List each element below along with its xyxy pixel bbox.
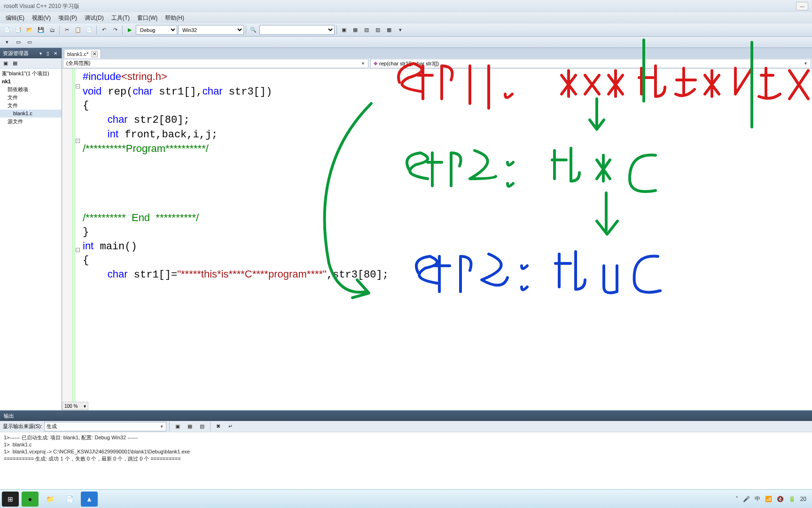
zoom-select[interactable]: 100 % ▾ xyxy=(62,402,88,410)
tray-chevron-icon[interactable]: ˄ xyxy=(735,496,738,502)
out-wrap-icon[interactable]: ↵ xyxy=(226,421,236,432)
tree-sources[interactable]: 文件 xyxy=(0,102,62,110)
tray-battery-icon[interactable]: 🔋 xyxy=(789,496,796,502)
scope-select[interactable]: (全局范围) ▼ xyxy=(63,59,368,68)
out-icon-3[interactable]: ▧ xyxy=(197,421,207,432)
panel-close-icon[interactable]: ✕ xyxy=(52,50,59,56)
out-icon-2[interactable]: ▦ xyxy=(185,421,195,432)
open-button[interactable]: 📂 xyxy=(24,25,35,35)
tray-ime[interactable]: 中 xyxy=(755,495,760,503)
output-source-label: 显示输出来源(S): xyxy=(3,423,42,430)
minimize-button[interactable]: — xyxy=(796,2,808,10)
tree-resources[interactable]: 源文件 xyxy=(0,118,62,126)
menu-tools[interactable]: 工具(T) xyxy=(108,14,133,22)
zoom-label: 100 % xyxy=(64,404,78,409)
main-toolbar: 📄 📑 📂 💾 🗂 ✂ 📋 📄 ↶ ↷ ▶ Debug Win32 🔍 ▣ ▦ … xyxy=(0,24,812,37)
menu-view[interactable]: 视图(V) xyxy=(28,14,55,22)
menu-help[interactable]: 帮助(H) xyxy=(161,14,188,22)
tb-icon-3[interactable]: ▧ xyxy=(361,25,372,35)
system-tray: ˄ 🎤 中 📶 🔇 🔋 20 xyxy=(735,495,810,503)
cut-button[interactable]: ✂ xyxy=(62,25,72,35)
tb-icon-1[interactable]: ▣ xyxy=(339,25,349,35)
method-icon: ◆ xyxy=(374,60,377,66)
taskbar-app-2[interactable]: 📄 xyxy=(61,492,78,507)
out-clear-icon[interactable]: ✖ xyxy=(213,421,224,432)
tree-file-blank1c[interactable]: blank1.c xyxy=(0,110,62,118)
start-button[interactable]: ⊞ xyxy=(2,492,19,507)
tray-volume-icon[interactable]: 🔇 xyxy=(777,496,784,502)
output-toolbar: 显示输出来源(S): 生成 ▼ ▣ ▦ ▧ ✖ ↵ xyxy=(0,421,812,432)
output-header: 输出 xyxy=(0,411,812,421)
dropdown-arrow-icon: ▼ xyxy=(804,61,808,66)
member-select[interactable]: ◆ rep(char str1[], char str3[]) ▼ xyxy=(370,59,811,68)
code-editor[interactable]: − − − #include<string.h> void rep(char s… xyxy=(62,69,812,410)
menu-edit[interactable]: 编辑(E) xyxy=(2,14,28,22)
redo-button[interactable]: ↷ xyxy=(110,25,120,35)
start-debug-button[interactable]: ▶ xyxy=(125,25,135,35)
solution-explorer-panel: 资源管理器 ▾ ▯ ✕ ▣ ▦ 案"blank1"(1 个项目) nk1 部依赖… xyxy=(0,48,62,410)
out-icon-1[interactable]: ▣ xyxy=(172,421,183,432)
menu-debug[interactable]: 调试(D) xyxy=(81,14,108,22)
tb2-icon-2[interactable]: ▭ xyxy=(13,37,23,48)
menu-window[interactable]: 窗口(W) xyxy=(133,14,161,22)
save-button[interactable]: 💾 xyxy=(36,25,46,35)
panel-pin-icon[interactable]: ▯ xyxy=(45,50,51,56)
main-area: 资源管理器 ▾ ▯ ✕ ▣ ▦ 案"blank1"(1 个项目) nk1 部依赖… xyxy=(0,48,812,410)
tree-deps[interactable]: 部依赖项 xyxy=(0,86,62,94)
tb-icon-2[interactable]: ▦ xyxy=(350,25,360,35)
copy-button[interactable]: 📋 xyxy=(73,25,83,35)
se-icon-1[interactable]: ▣ xyxy=(2,60,9,67)
solution-explorer-title: 资源管理器 xyxy=(3,50,29,57)
taskbar-app-3[interactable]: ▲ xyxy=(81,492,98,507)
tray-mic-icon[interactable]: 🎤 xyxy=(743,496,750,502)
dropdown-arrow-icon: ▼ xyxy=(361,61,365,66)
scope-label: (全局范围) xyxy=(66,60,90,67)
gutter xyxy=(62,69,72,410)
tb-icon-5[interactable]: ▩ xyxy=(384,25,394,35)
fold-icon[interactable]: − xyxy=(76,248,80,252)
code-body[interactable]: #include<string.h> void rep(char str1[],… xyxy=(81,69,812,410)
tb-dropdown-icon[interactable]: ▾ xyxy=(395,25,406,35)
se-icon-2[interactable]: ▦ xyxy=(11,60,19,67)
taskbar-app-1[interactable]: ● xyxy=(22,492,39,507)
output-title: 输出 xyxy=(4,413,14,420)
solution-explorer-toolbar: ▣ ▦ xyxy=(0,58,62,69)
taskbar-explorer[interactable]: 📁 xyxy=(41,492,58,507)
undo-button[interactable]: ↶ xyxy=(99,25,109,35)
secondary-toolbar: ▾ ▭ ▭ xyxy=(0,37,812,48)
menu-project[interactable]: 项目(P) xyxy=(55,14,81,22)
panel-dropdown-icon[interactable]: ▾ xyxy=(37,50,44,56)
fold-icon[interactable]: − xyxy=(76,139,80,143)
dropdown-arrow-icon: ▾ xyxy=(84,404,86,409)
member-label: rep(char str1[], char str3[]) xyxy=(379,61,439,66)
platform-select[interactable]: Win32 xyxy=(178,25,244,35)
solution-tree[interactable]: 案"blank1"(1 个项目) nk1 部依赖项 文件 文件 blank1.c… xyxy=(0,69,62,410)
tree-solution[interactable]: 案"blank1"(1 个项目) xyxy=(0,70,62,78)
find-button[interactable]: 🔍 xyxy=(248,25,258,35)
output-source-value: 生成 xyxy=(47,423,57,430)
add-button[interactable]: 📑 xyxy=(13,25,23,35)
tb2-icon-3[interactable]: ▭ xyxy=(24,37,35,48)
paste-button[interactable]: 📄 xyxy=(84,25,94,35)
tb-icon-4[interactable]: ▨ xyxy=(373,25,383,35)
output-body[interactable]: 1>------ 已启动生成: 项目: blank1, 配置: Debug Wi… xyxy=(0,432,812,490)
tree-headers[interactable]: 文件 xyxy=(0,94,62,102)
new-button[interactable]: 📄 xyxy=(2,25,12,35)
tray-wifi-icon[interactable]: 📶 xyxy=(765,496,772,502)
titlebar: rosoft Visual C++ 2010 学习版 — xyxy=(0,0,812,12)
tb2-icon-1[interactable]: ▾ xyxy=(2,37,12,48)
editor-area: blank1.c* ✕ (全局范围) ▼ ◆ rep(char str1[], … xyxy=(62,48,812,410)
menubar: 编辑(E) 视图(V) 项目(P) 调试(D) 工具(T) 窗口(W) 帮助(H… xyxy=(0,12,812,24)
taskbar: ⊞ ● 📁 📄 ▲ ˄ 🎤 中 📶 🔇 🔋 20 xyxy=(0,489,812,508)
fold-icon[interactable]: − xyxy=(76,84,80,88)
tree-project[interactable]: nk1 xyxy=(0,78,62,86)
tab-close-icon[interactable]: ✕ xyxy=(91,51,98,57)
find-select[interactable] xyxy=(259,25,335,35)
saveall-button[interactable]: 🗂 xyxy=(47,25,57,35)
editor-tabs: blank1.c* ✕ xyxy=(62,48,812,58)
output-source-select[interactable]: 生成 ▼ xyxy=(44,422,166,431)
tab-blank1c[interactable]: blank1.c* ✕ xyxy=(64,49,101,58)
solution-explorer-header: 资源管理器 ▾ ▯ ✕ xyxy=(0,48,62,58)
config-select[interactable]: Debug xyxy=(136,25,177,35)
outline-margin: − − − xyxy=(75,69,81,410)
